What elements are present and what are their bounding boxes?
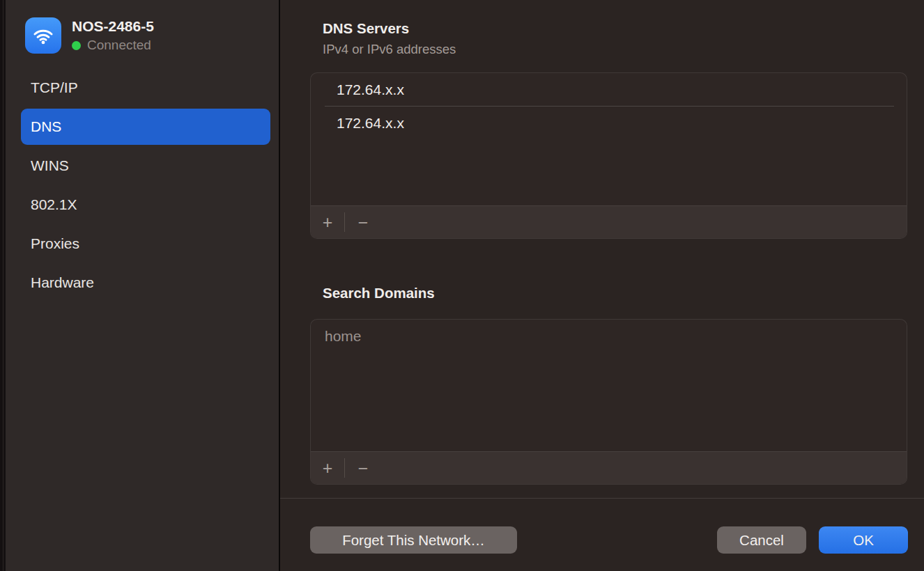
dns-servers-rows: 172.64.x.x 172.64.x.x — [311, 73, 907, 206]
wifi-icon — [25, 17, 61, 54]
minus-icon: − — [358, 458, 369, 478]
dns-servers-subtitle: IPv4 or IPv6 addresses — [323, 42, 456, 57]
bottom-divider — [280, 498, 924, 499]
search-domain-row[interactable]: home — [311, 320, 907, 352]
dns-add-button[interactable]: + — [311, 206, 344, 238]
forget-network-button[interactable]: Forget This Network… — [310, 526, 517, 554]
settings-nav: TCP/IP DNS WINS 802.1X Proxies Hardware — [21, 70, 270, 304]
dns-server-row[interactable]: 172.64.x.x — [311, 73, 907, 106]
dns-servers-footer: + − — [311, 205, 907, 238]
dns-remove-button[interactable]: − — [345, 206, 381, 238]
minus-icon: − — [358, 212, 369, 233]
network-details-sidebar: NOS-2486-5 Connected TCP/IP DNS WINS 802… — [6, 0, 279, 571]
dns-servers-listbox: 172.64.x.x 172.64.x.x + − — [310, 72, 907, 239]
search-domains-title: Search Domains — [323, 285, 435, 302]
search-domain-add-button[interactable]: + — [311, 452, 344, 484]
sidebar-item-8021x[interactable]: 802.1X — [21, 187, 270, 223]
sidebar-item-proxies[interactable]: Proxies — [21, 226, 270, 262]
network-header: NOS-2486-5 Connected — [25, 17, 154, 54]
ok-button[interactable]: OK — [819, 526, 908, 554]
sidebar-item-hardware[interactable]: Hardware — [21, 265, 270, 301]
connected-dot-icon — [72, 41, 81, 50]
search-domains-footer: + − — [311, 451, 907, 484]
dns-server-row[interactable]: 172.64.x.x — [311, 107, 907, 139]
plus-icon: + — [323, 458, 333, 478]
cancel-button[interactable]: Cancel — [717, 526, 806, 554]
network-name: NOS-2486-5 — [72, 18, 154, 34]
plus-icon: + — [323, 212, 333, 233]
sidebar-item-dns[interactable]: DNS — [21, 109, 270, 145]
network-status-label: Connected — [87, 38, 151, 53]
window-edge — [0, 0, 6, 571]
dns-settings-panel: DNS Servers IPv4 or IPv6 addresses 172.6… — [280, 0, 924, 571]
search-domains-listbox: home + − — [310, 319, 907, 485]
sidebar-item-tcpip[interactable]: TCP/IP — [21, 70, 270, 106]
dns-servers-title: DNS Servers — [323, 20, 409, 37]
sidebar-item-wins[interactable]: WINS — [21, 148, 270, 184]
search-domain-remove-button[interactable]: − — [345, 452, 381, 484]
search-domains-rows: home — [311, 320, 907, 452]
network-status: Connected — [72, 38, 154, 53]
network-info: NOS-2486-5 Connected — [72, 18, 154, 53]
